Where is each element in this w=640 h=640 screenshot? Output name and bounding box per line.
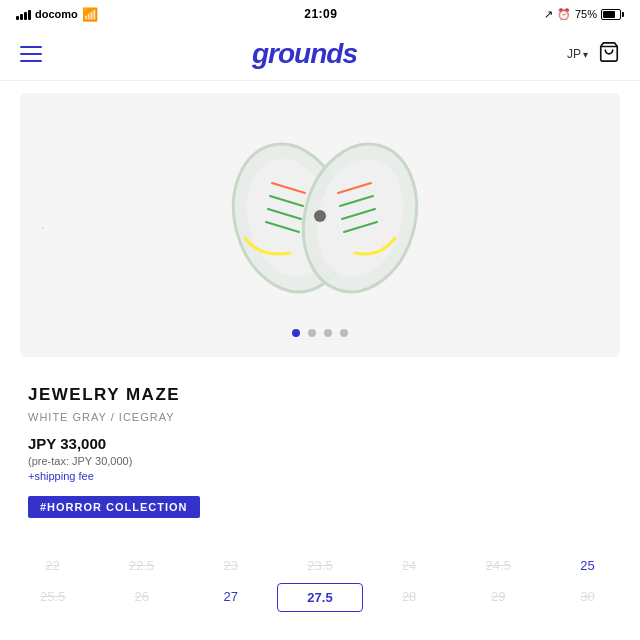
alarm-icon: ⏰ bbox=[557, 8, 571, 21]
collection-tag[interactable]: #HORROR COLLECTION bbox=[28, 496, 200, 518]
size-item-23: 23 bbox=[188, 552, 273, 579]
time-display: 21:09 bbox=[304, 7, 337, 21]
size-item-23_5: 23.5 bbox=[277, 552, 362, 579]
cart-button[interactable] bbox=[598, 41, 620, 67]
status-right: ↗ ⏰ 75% bbox=[544, 8, 624, 21]
logo[interactable]: grounds bbox=[252, 38, 357, 70]
cart-icon bbox=[598, 41, 620, 63]
product-image bbox=[210, 123, 430, 313]
svg-point-15 bbox=[314, 210, 326, 222]
language-selector[interactable]: JP ▾ bbox=[567, 47, 588, 61]
size-item-24_5: 24.5 bbox=[456, 552, 541, 579]
dot-3[interactable] bbox=[324, 329, 332, 337]
dot-4[interactable] bbox=[340, 329, 348, 337]
size-grid: 2222.52323.52424.52525.5262727.5282930 bbox=[0, 552, 640, 612]
product-info: JEWELRY MAZE WHITE GRAY / ICEGRAY JPY 33… bbox=[0, 369, 640, 552]
image-dots bbox=[292, 329, 348, 337]
hamburger-button[interactable] bbox=[20, 46, 42, 62]
battery-icon bbox=[601, 9, 624, 20]
size-item-22: 22 bbox=[10, 552, 95, 579]
size-item-25[interactable]: 25 bbox=[545, 552, 630, 579]
size-item-27_5[interactable]: 27.5 bbox=[277, 583, 362, 612]
size-item-25_5: 25.5 bbox=[10, 583, 95, 612]
size-item-27[interactable]: 27 bbox=[188, 583, 273, 612]
product-price: JPY 33,000 bbox=[28, 435, 612, 452]
header-right: JP ▾ bbox=[567, 41, 620, 67]
product-name: JEWELRY MAZE bbox=[28, 385, 612, 405]
dot-1[interactable] bbox=[292, 329, 300, 337]
size-item-24: 24 bbox=[367, 552, 452, 579]
size-item-29: 29 bbox=[456, 583, 541, 612]
size-item-30: 30 bbox=[545, 583, 630, 612]
product-image-area: • bbox=[20, 93, 620, 357]
size-item-22_5: 22.5 bbox=[99, 552, 184, 579]
size-item-26: 26 bbox=[99, 583, 184, 612]
product-shipping: +shipping fee bbox=[28, 470, 612, 482]
decorative-dot: • bbox=[42, 225, 44, 231]
shoe-illustration bbox=[210, 128, 430, 308]
lang-label: JP bbox=[567, 47, 581, 61]
dot-2[interactable] bbox=[308, 329, 316, 337]
wifi-icon: 📶 bbox=[82, 7, 98, 22]
header: grounds JP ▾ bbox=[0, 28, 640, 81]
signal-icon bbox=[16, 8, 31, 20]
location-icon: ↗ bbox=[544, 8, 553, 21]
carrier-label: docomo bbox=[35, 8, 78, 20]
status-bar: docomo 📶 21:09 ↗ ⏰ 75% bbox=[0, 0, 640, 28]
battery-label: 75% bbox=[575, 8, 597, 20]
product-pretax: (pre-tax: JPY 30,000) bbox=[28, 455, 612, 467]
size-item-28: 28 bbox=[367, 583, 452, 612]
product-variant: WHITE GRAY / ICEGRAY bbox=[28, 411, 612, 423]
chevron-down-icon: ▾ bbox=[583, 49, 588, 60]
status-left: docomo 📶 bbox=[16, 7, 98, 22]
